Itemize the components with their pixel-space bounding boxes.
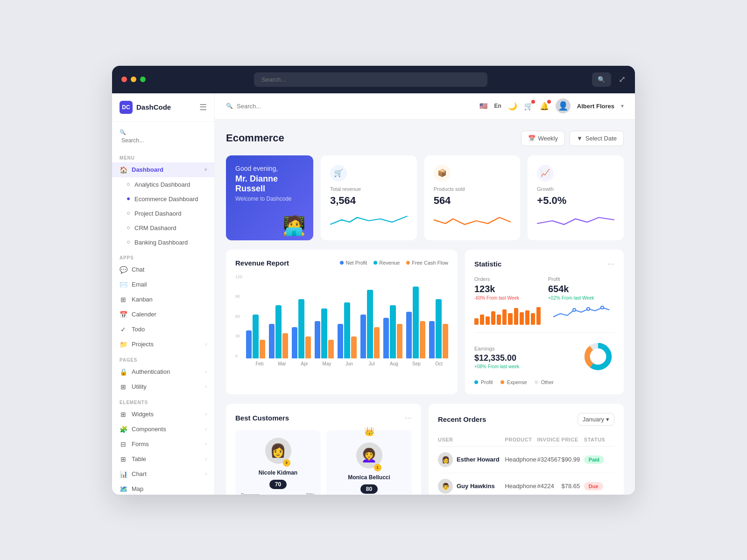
orders-table: USER PRODUCT INVOICE PRICE STATUS 👩 E (438, 433, 614, 495)
order-status-cell: Paid (584, 446, 614, 473)
kanban-label: Kanban (132, 296, 153, 303)
growth-card: 📈 Growth +5.0% (528, 155, 624, 240)
bar-orange-4 (351, 336, 357, 358)
sidebar-item-utility[interactable]: ⊞Utility› (112, 379, 214, 394)
profit-label: Profit (548, 276, 614, 282)
order-status-cell: Due (584, 473, 614, 495)
donut-legend-expense: Expense (500, 379, 527, 385)
widgets-icon: ⊞ (120, 411, 127, 418)
orders-mini-chart (474, 304, 541, 325)
sidebar-item-chat[interactable]: 💬Chat (112, 262, 214, 277)
user-name-cell: Guy Hawkins (457, 483, 495, 490)
sidebar-item-crm[interactable]: CRM Dashaord (112, 221, 214, 235)
sidebar-item-forms[interactable]: ⊟Forms› (112, 437, 214, 452)
orders-table-header-row: USER PRODUCT INVOICE PRICE STATUS (438, 433, 614, 447)
bar-blue-8 (429, 321, 435, 358)
monica-score: 80 (360, 484, 378, 494)
todo-label: Todo (132, 326, 145, 333)
auth-chevron: › (205, 369, 207, 374)
profit-change: +02% From last Week (548, 295, 614, 301)
components-chevron: › (205, 427, 207, 432)
col-status: STATUS (584, 433, 614, 447)
browser-search-input[interactable] (254, 72, 487, 87)
crown-icon: 👑 (364, 427, 374, 437)
sidebar-item-todo[interactable]: ✓Todo (112, 322, 214, 337)
sidebar-item-banking[interactable]: Banking Dashboard (112, 235, 214, 250)
statistic-menu[interactable]: ··· (607, 259, 614, 269)
revenue-chart (330, 210, 408, 231)
nicole-rank-badge: 3 (283, 459, 290, 467)
legend-dot-profit (340, 261, 344, 265)
sidebar-item-table[interactable]: ⊞Table› (112, 452, 214, 467)
nicole-score: 70 (269, 480, 287, 489)
sidebar-search[interactable]: 🔍 (112, 122, 214, 150)
dot-minimize[interactable] (131, 77, 136, 82)
month-chevron: ▾ (606, 416, 609, 423)
sidebar-item-components[interactable]: 🧩Components› (112, 422, 214, 437)
month-label: January (583, 416, 604, 423)
order-user-cell: 👩 Esther Howard (438, 446, 505, 473)
bar-cyan-5 (367, 290, 373, 358)
donut-dot-profit (474, 380, 478, 384)
bar-cyan-0 (253, 315, 258, 358)
topnav-right: 🇺🇸 En 🌙 🛒 🔔 👤 Albert Flores ▾ (479, 98, 624, 113)
sidebar-item-analytics[interactable]: Analytics Dashboard (112, 177, 214, 192)
earnings-value: $12,335.00 (474, 353, 519, 363)
weekly-button[interactable]: 📅 Weekly (521, 131, 565, 146)
sidebar-item-map[interactable]: 🗺️Map (112, 482, 214, 495)
page-actions: 📅 Weekly ▼ Select Date (521, 131, 624, 146)
expand-icon[interactable]: ⤢ (619, 74, 626, 84)
select-date-button[interactable]: ▼ Select Date (570, 131, 624, 146)
orders-stat: Orders 123k -60% From last Week (474, 276, 541, 325)
month-select[interactable]: January ▾ (578, 413, 614, 426)
sidebar-item-email[interactable]: ✉️Email (112, 277, 214, 292)
topnav-search[interactable]: 🔍 (226, 103, 366, 110)
bar-blue-5 (360, 315, 366, 358)
sidebar-item-calender[interactable]: 📅Calender (112, 307, 214, 322)
user-chevron[interactable]: ▾ (621, 103, 624, 109)
notification-icon[interactable]: 🔔 (540, 102, 549, 111)
sidebar-item-authentication[interactable]: 🔒Authentication› (112, 364, 214, 379)
bar-month-label: Sep (407, 361, 426, 366)
topnav-search-icon: 🔍 (226, 103, 233, 109)
customer-nicole: 👩 3 Nicole Kidman 70 Progress70% (235, 430, 321, 495)
orders-label: Orders (474, 276, 541, 282)
recent-orders-card: Recent Orders January ▾ USER PRODUCT (429, 404, 624, 495)
sidebar-search-input[interactable] (121, 137, 209, 144)
sidebar-item-projects[interactable]: 📁Projects› (112, 337, 214, 352)
browser-search-button[interactable]: 🔍 (592, 72, 611, 87)
order-user-cell: 👨 Guy Hawkins (438, 473, 505, 495)
nicole-avatar-wrap: 👩 3 (265, 438, 291, 468)
user-avatar-cell: 👨 (438, 479, 453, 494)
menu-toggle[interactable]: ☰ (199, 102, 207, 112)
dot-close[interactable] (121, 77, 127, 82)
user-avatar[interactable]: 👤 (556, 98, 571, 113)
svg-point-2 (601, 306, 604, 309)
sidebar-analytics-label: Analytics Dashboard (134, 181, 190, 188)
mini-bar-item (486, 316, 490, 325)
utility-label: Utility (132, 383, 147, 390)
bar-group-0 (246, 315, 265, 358)
sidebar-item-chart[interactable]: 📊Chart› (112, 467, 214, 482)
bar-cyan-7 (413, 287, 418, 358)
sidebar-item-project[interactable]: Project Dashaord (112, 206, 214, 221)
theme-toggle-icon[interactable]: 🌙 (508, 102, 517, 111)
topnav-search-input[interactable] (237, 103, 315, 110)
bar-group-2 (292, 299, 311, 358)
bar-blue-7 (406, 312, 412, 358)
products-sold-card: 📦 Products sold 564 (424, 155, 521, 240)
dot-maximize[interactable] (140, 77, 146, 82)
mini-bar-item (480, 315, 484, 325)
sidebar-item-ecommerce[interactable]: Ecommerce Dashboard (112, 192, 214, 206)
cart-icon[interactable]: 🛒 (524, 102, 533, 111)
legend-revenue: Revenue (374, 260, 400, 266)
sidebar-item-dashboard[interactable]: 🏠 Dashboard ▾ (112, 162, 214, 177)
sidebar-item-kanban[interactable]: ⊞Kanban (112, 292, 214, 307)
auth-label: Authentication (132, 368, 170, 375)
bar-blue-2 (292, 327, 297, 358)
bar-group-1 (269, 305, 288, 358)
sidebar-item-widgets[interactable]: ⊞Widgets› (112, 407, 214, 422)
mini-bar-item (508, 313, 512, 324)
donut-legend: Profit Expense Other (474, 379, 614, 385)
customers-menu[interactable]: ··· (405, 413, 412, 423)
